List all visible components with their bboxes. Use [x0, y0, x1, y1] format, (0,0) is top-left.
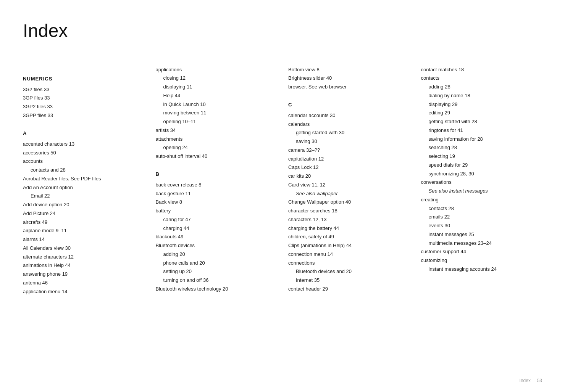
index-entry: back gesture 11 [156, 190, 277, 198]
index-column-col2: applicationsclosing 12displaying 11Help … [156, 66, 277, 296]
index-entry: Acrobat Reader files. See PDF files [23, 175, 144, 183]
index-column-col3: Bottom view 8Brightness slider 40browser… [288, 66, 410, 296]
index-entry: character searches 18 [288, 207, 410, 215]
sub-entry: charging 44 [156, 224, 277, 233]
sub-entry: getting started with 30 [288, 129, 410, 137]
index-entry: application menu 14 [23, 288, 144, 296]
index-column-col4: contact matches 18contactsadding 28diali… [421, 66, 542, 296]
index-entry: contacts [421, 74, 542, 83]
index-entry: 3GP files 33 [23, 94, 144, 103]
sub-entry: synchronizing 28, 30 [421, 170, 542, 178]
sub-entry: caring for 47 [156, 215, 277, 224]
index-entry: 3GP2 files 33 [23, 103, 144, 111]
index-entry: accessories 50 [23, 149, 144, 157]
sub-entry: ringtones for 41 [421, 126, 542, 135]
index-entry: connections [288, 259, 410, 268]
index-entry: calendar accounts 30 [288, 111, 410, 120]
sub-entry: in Quick Launch 10 [156, 100, 277, 109]
index-entry: airplane mode 9–11 [23, 227, 144, 235]
index-entry: aircrafts 49 [23, 218, 144, 227]
sub-entry: setting up 20 [156, 267, 277, 276]
index-entry: attachments [156, 135, 277, 144]
sub-entry: opening 10–11 [156, 117, 277, 126]
index-column-col1: NUMERICS3G2 files 333GP files 333GP2 fil… [23, 66, 144, 296]
sub-entry: adding 20 [156, 250, 277, 259]
index-entry: alarms 14 [23, 235, 144, 244]
index-entry: conversations [421, 178, 542, 187]
index-entry: Add device option 20 [23, 201, 144, 209]
sub-entry: searching 28 [421, 143, 542, 152]
sub-entry: phone calls and 20 [156, 259, 277, 268]
sub-entry: Internet 35 [288, 276, 410, 285]
index-entry: back cover release 8 [156, 181, 277, 190]
sub-entry: instant messages 25 [421, 230, 542, 239]
index-entry: charging the battery 44 [288, 224, 410, 233]
sub-entry: speed dials for 29 [421, 161, 542, 170]
index-entry: customer support 44 [421, 247, 542, 256]
index-entry: creating [421, 196, 542, 204]
index-entry: Change Wallpaper option 40 [288, 198, 410, 207]
index-entry: animations in Help 44 [23, 261, 144, 270]
index-entry: Clips (animations in Help) 44 [288, 241, 410, 250]
sub-entry: saving 30 [288, 137, 410, 146]
sub-entry: dialing by name 18 [421, 92, 542, 100]
index-entry: Bluetooth wireless technology 20 [156, 285, 277, 294]
section-heading: A [23, 129, 144, 138]
index-entry: capitalization 12 [288, 155, 410, 164]
index-entry: connection menu 14 [288, 250, 410, 259]
sub-entry: closing 12 [156, 74, 277, 83]
index-entry: browser. See web browser [288, 83, 410, 92]
sub-entry: turning on and off 36 [156, 276, 277, 285]
index-entry: children, safety of 49 [288, 233, 410, 241]
index-entry: All Calendars view 30 [23, 244, 144, 253]
sub-entry: contacts and 28 [23, 166, 144, 175]
section-heading: C [288, 101, 410, 109]
sub-entry: displaying 29 [421, 100, 542, 109]
index-columns: NUMERICS3G2 files 333GP files 333GP2 fil… [23, 66, 542, 296]
index-entry: calendars [288, 120, 410, 129]
index-entry: 3GPP files 33 [23, 111, 144, 120]
index-entry: Caps Lock 12 [288, 163, 410, 172]
index-entry: Add Picture 24 [23, 209, 144, 218]
index-entry: accounts [23, 157, 144, 166]
index-entry: antenna 46 [23, 279, 144, 288]
index-entry: car kits 20 [288, 172, 410, 181]
sub-entry: editing 29 [421, 109, 542, 117]
index-entry: artists 34 [156, 126, 277, 135]
sub-entry: adding 28 [421, 83, 542, 92]
sub-entry: getting started with 28 [421, 117, 542, 126]
index-entry: 3G2 files 33 [23, 85, 144, 94]
index-entry: Bottom view 8 [288, 66, 410, 74]
sub-entry: moving between 11 [156, 109, 277, 117]
index-entry: characters 12, 13 [288, 215, 410, 224]
page-title: Index [23, 15, 542, 47]
sub-entry: saving information for 28 [421, 135, 542, 144]
index-entry: auto-shut off interval 40 [156, 152, 277, 161]
sub-entry: instant messaging accounts 24 [421, 265, 542, 274]
index-entry: Bluetooth devices [156, 241, 277, 250]
index-entry: accented characters 13 [23, 140, 144, 149]
section-heading: B [156, 170, 277, 178]
index-entry: applications [156, 66, 277, 74]
section-heading: NUMERICS [23, 75, 144, 83]
index-entry: contact matches 18 [421, 66, 542, 74]
index-entry: Card view 11, 12 [288, 181, 410, 190]
index-entry: customizing [421, 256, 542, 265]
index-entry: alternate characters 12 [23, 253, 144, 262]
index-entry: contact header 29 [288, 285, 410, 294]
sub-entry: Bluetooth devices and 20 [288, 267, 410, 276]
sub-entry: opening 24 [156, 143, 277, 152]
sub-entry: events 30 [421, 222, 542, 230]
index-entry: battery [156, 207, 277, 215]
index-entry: answering phone 19 [23, 270, 144, 279]
sub-entry: Email 22 [23, 192, 144, 201]
sub-entry: contacts 28 [421, 204, 542, 213]
index-entry: Add An Account option [23, 183, 144, 192]
index-entry: Brightness slider 40 [288, 74, 410, 83]
index-entry: Back view 8 [156, 198, 277, 207]
sub-entry: selecting 19 [421, 152, 542, 161]
sub-entry: multimedia messages 23–24 [421, 239, 542, 248]
index-entry: blackouts 49 [156, 233, 277, 241]
sub-entry: Help 44 [156, 92, 277, 100]
sub-entry: displaying 11 [156, 83, 277, 92]
